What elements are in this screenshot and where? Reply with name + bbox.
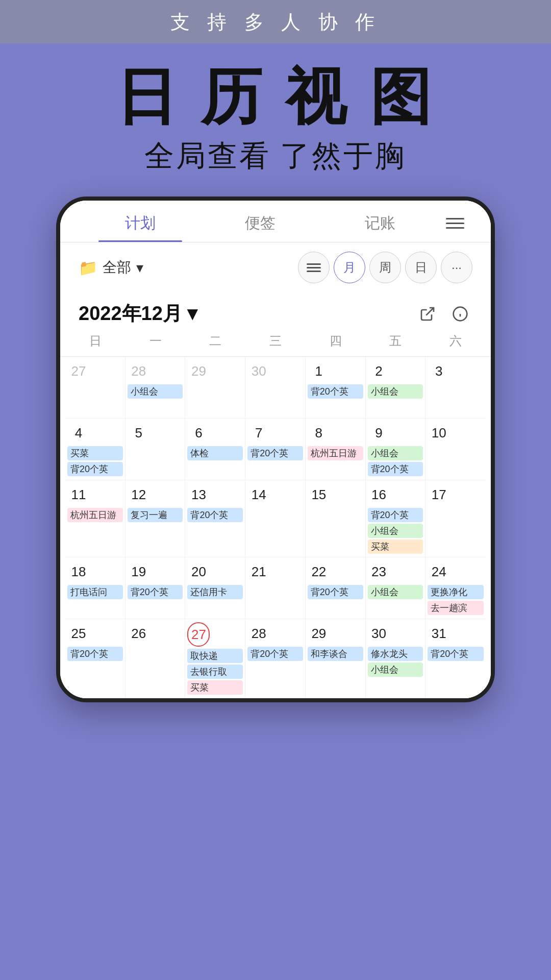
table-row[interactable]: 13 背20个英	[185, 480, 245, 557]
table-row[interactable]: 20 还信用卡	[185, 557, 245, 619]
list-item: 背20个英	[247, 446, 303, 460]
dropdown-arrow: ▾	[136, 259, 143, 276]
table-row[interactable]: 12 复习一遍	[126, 480, 186, 557]
folder-button[interactable]: 📁 全部 ▾	[79, 258, 143, 277]
day-headers: 日 一 二 三 四 五 六	[60, 331, 491, 357]
table-row[interactable]: 24 更换净化 去一趟滨	[425, 557, 486, 619]
day-number: 20	[187, 560, 210, 583]
view-list-btn[interactable]	[298, 252, 330, 283]
day-number: 16	[368, 483, 390, 506]
table-row[interactable]: 29	[185, 357, 245, 418]
tab-account[interactable]: 记账	[320, 213, 440, 242]
day-number: 12	[128, 483, 150, 506]
table-row[interactable]: 7 背20个英	[245, 419, 306, 480]
top-banner: 支 持 多 人 协 作	[0, 0, 551, 43]
external-link-button[interactable]	[415, 302, 440, 326]
week-label: 周	[379, 259, 391, 276]
table-row[interactable]: 15	[306, 480, 366, 557]
day-events: 买菜 背20个英	[67, 446, 123, 476]
table-row[interactable]: 4 买菜 背20个英	[65, 419, 126, 480]
table-row[interactable]: 26	[126, 619, 186, 698]
table-row[interactable]: 31 背20个英	[425, 619, 486, 698]
list-item: 更换净化	[428, 585, 484, 599]
table-row[interactable]: 22 背20个英	[306, 557, 366, 619]
day-number: 15	[308, 483, 330, 506]
hero-subtitle: 全局查看 了然于胸	[0, 136, 551, 176]
day-events: 杭州五日游	[67, 508, 123, 522]
day-events: 背20个英	[247, 647, 303, 661]
table-row[interactable]: 25 背20个英	[65, 619, 126, 698]
day-number: 2	[368, 360, 390, 382]
table-row[interactable]: 19 背20个英	[126, 557, 186, 619]
day-number: 21	[247, 560, 270, 583]
calendar-week-4: 18 打电话问 19 背20个英 20 还信用卡	[65, 557, 486, 619]
day-events: 杭州五日游	[308, 446, 363, 460]
table-row[interactable]: 8 杭州五日游	[306, 419, 366, 480]
table-row[interactable]: 9 小组会 背20个英	[366, 419, 426, 480]
table-row[interactable]: 27	[65, 357, 126, 418]
table-row[interactable]: 5	[126, 419, 186, 480]
list-item: 背20个英	[187, 508, 243, 522]
day-number: 19	[128, 560, 150, 583]
view-day-btn[interactable]: 日	[405, 252, 437, 283]
calendar-week-1: 27 28 小组会 29 30 1 背20个英 2	[65, 357, 486, 419]
day-number: 27	[67, 360, 90, 382]
day-number: 26	[128, 622, 150, 645]
table-row[interactable]: 28 小组会	[126, 357, 186, 418]
table-row[interactable]: 2 小组会	[366, 357, 426, 418]
day-events: 体检	[187, 446, 243, 460]
table-row[interactable]: 27 取快递 去银行取 买菜	[185, 619, 245, 698]
day-number: 29	[187, 360, 210, 382]
table-row[interactable]: 17	[425, 480, 486, 557]
table-row[interactable]: 23 小组会	[366, 557, 426, 619]
list-item: 背20个英	[308, 384, 363, 399]
list-item: 复习一遍	[128, 508, 183, 522]
list-item: 去银行取	[187, 665, 243, 679]
view-buttons: 月 周 日 ···	[298, 252, 472, 283]
day-number: 17	[428, 483, 450, 506]
view-more-btn[interactable]: ···	[441, 252, 472, 283]
tab-note[interactable]: 便签	[201, 213, 320, 242]
day-header-thu: 四	[306, 331, 366, 351]
day-header-mon: 一	[126, 331, 186, 351]
table-row[interactable]: 6 体检	[185, 419, 245, 480]
list-item: 还信用卡	[187, 585, 243, 599]
day-number: 4	[67, 422, 90, 444]
day-number: 30	[247, 360, 270, 382]
day-events: 和李谈合	[308, 647, 363, 661]
table-row[interactable]: 29 和李谈合	[306, 619, 366, 698]
list-item: 小组会	[368, 524, 423, 538]
day-number: 10	[428, 422, 450, 444]
day-events: 背20个英	[67, 647, 123, 661]
view-week-btn[interactable]: 周	[369, 252, 401, 283]
list-item: 小组会	[368, 663, 423, 677]
table-row[interactable]: 30 修水龙头 小组会	[366, 619, 426, 698]
calendar-week-3: 11 杭州五日游 12 复习一遍 13 背20个英	[65, 480, 486, 557]
day-number: 29	[308, 622, 330, 645]
tab-plan[interactable]: 计划	[81, 213, 201, 242]
view-month-btn[interactable]: 月	[334, 252, 365, 283]
today-number: 27	[187, 622, 210, 647]
table-row[interactable]: 18 打电话问	[65, 557, 126, 619]
table-row[interactable]: 14	[245, 480, 306, 557]
menu-icon[interactable]	[440, 218, 470, 237]
table-row[interactable]: 16 背20个英 小组会 买菜	[366, 480, 426, 557]
calendar-month-label[interactable]: 2022年12月 ▾	[79, 301, 197, 327]
table-row[interactable]: 3	[425, 357, 486, 418]
table-row[interactable]: 10	[425, 419, 486, 480]
calendar-header: 2022年12月 ▾	[60, 292, 491, 331]
day-header-sat: 六	[425, 331, 486, 351]
day-number: 28	[128, 360, 150, 382]
table-row[interactable]: 1 背20个英	[306, 357, 366, 418]
day-number: 25	[67, 622, 90, 645]
table-row[interactable]: 30	[245, 357, 306, 418]
table-row[interactable]: 21	[245, 557, 306, 619]
day-events: 背20个英 小组会 买菜	[368, 508, 423, 554]
info-button[interactable]	[448, 302, 472, 326]
table-row[interactable]: 28 背20个英	[245, 619, 306, 698]
day-number: 7	[247, 422, 270, 444]
list-item: 小组会	[128, 384, 183, 399]
table-row[interactable]: 11 杭州五日游	[65, 480, 126, 557]
list-item: 买菜	[368, 540, 423, 554]
day-header-tue: 二	[185, 331, 245, 351]
